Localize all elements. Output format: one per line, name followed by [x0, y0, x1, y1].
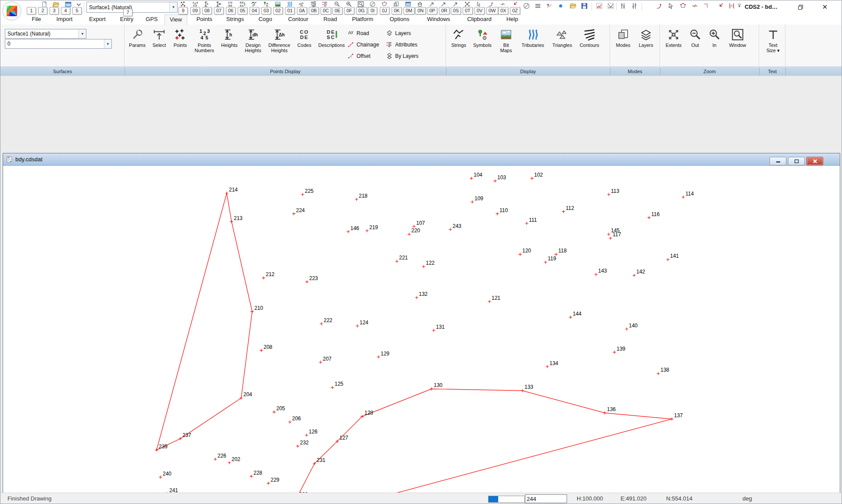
survey-drawing[interactable]: 1041031022252181131141092241101121162131… [4, 166, 839, 504]
toggle-attributes[interactable]: Attributes [386, 39, 432, 50]
point-label-124: 124 [360, 319, 368, 326]
ribbon-button-modes[interactable]: Modes [612, 25, 635, 48]
chevron-down-icon[interactable]: ▼ [78, 29, 86, 38]
tab-cogo[interactable]: Cogo [253, 14, 277, 24]
height-ah-icon: Δh [273, 28, 286, 41]
ribbon-button-contours[interactable]: Contours [576, 25, 603, 48]
save-file-button[interactable] [581, 2, 588, 10]
ribbon-button-triangles[interactable]: Triangles [549, 25, 576, 48]
blue-dot-button[interactable] [557, 2, 564, 10]
open-folder-button[interactable] [569, 2, 577, 10]
ribbon-button-difference-heights[interactable]: ΔhDifferenceHeights [266, 25, 293, 53]
point-label-237: 237 [182, 432, 191, 438]
slider-b-button[interactable] [631, 2, 638, 10]
split-points-button[interactable] [728, 2, 735, 10]
tab-road[interactable]: Road [318, 14, 342, 24]
slider-b-icon [631, 2, 638, 10]
ribbon-button-codes[interactable]: CODECodes [293, 25, 316, 48]
point-label-225: 225 [305, 188, 314, 194]
ribbon-button-layers[interactable]: Layers [635, 25, 657, 48]
ribbon-button-design-heights[interactable]: dhDesignHeights [240, 25, 266, 53]
tab-strings[interactable]: Strings [221, 14, 249, 24]
document-titlebar[interactable]: bdy.cdsdat [3, 153, 840, 166]
toolbar-separator [642, 3, 642, 11]
polygon-tool-button[interactable] [679, 2, 687, 10]
ribbon-button-select[interactable]: Select [148, 25, 170, 48]
point-label-121: 121 [492, 295, 500, 301]
point-label-141: 141 [670, 253, 679, 259]
chevron-down-icon[interactable]: ▼ [104, 39, 111, 48]
ribbon-button-symbols[interactable]: Symbols [470, 25, 495, 48]
point-label-138: 138 [660, 367, 669, 373]
ribbon-button-params[interactable]: Params [126, 25, 148, 48]
profile-chart-button[interactable] [596, 2, 603, 10]
slider-a-button[interactable] [619, 2, 627, 10]
tab-options[interactable]: Options [385, 14, 414, 24]
tab-file[interactable]: File [27, 14, 46, 24]
drawing-canvas[interactable]: 1041031022252181131141092241101121162131… [4, 166, 839, 504]
ribbon-button-points-numbers[interactable]: 12345PointsNumbers [190, 25, 218, 53]
no-draw-button[interactable] [523, 2, 530, 10]
keytip-05: 05 [238, 7, 247, 14]
close-button[interactable]: ✕ [820, 3, 830, 11]
select-arrow-button[interactable] [667, 2, 675, 10]
ribbon-button-strings[interactable]: Strings [448, 25, 470, 48]
tab-points[interactable]: Points [192, 14, 217, 24]
tab-clipboard[interactable]: Clipboard [462, 14, 496, 24]
doc-maximize-button[interactable] [788, 157, 805, 165]
tab-gps[interactable]: GPS [141, 14, 162, 24]
break-line-button[interactable] [691, 2, 699, 10]
toggle-chainage[interactable]: Chainage [347, 39, 386, 50]
doc-minimize-button[interactable] [770, 157, 786, 165]
ribbon-button-in[interactable]: In [705, 25, 724, 48]
ribbon-button-out[interactable]: Out [685, 25, 705, 48]
surface-combo[interactable]: Surface1 (Natural)▼ [5, 29, 86, 39]
ribbon-button-tributaries[interactable]: Tributaries [517, 25, 549, 48]
ribbon-button-text-size[interactable]: TextSize ▾ [761, 25, 785, 53]
svg-text:CO: CO [228, 1, 232, 4]
customize-qat-chevron-icon[interactable]: ▼ [738, 4, 741, 8]
point-number-input[interactable] [525, 494, 567, 503]
tab-help[interactable]: Help [502, 14, 523, 24]
snap-curve-button[interactable] [656, 2, 663, 10]
toggle-by-layers[interactable]: By Layers [386, 50, 432, 62]
tab-contour[interactable]: Contour [283, 14, 313, 24]
plus-minus-button[interactable] [546, 2, 553, 10]
group-label-surfaces: Surfaces [0, 67, 125, 76]
ribbon-button-bit-maps[interactable]: BitMaps [495, 25, 517, 53]
doc-close-button[interactable] [806, 157, 823, 165]
tab-platform[interactable]: Platform [347, 14, 378, 24]
arrow-in-button[interactable] [717, 2, 724, 10]
polyline-boundary-south[interactable] [189, 389, 672, 504]
tab-windows[interactable]: Windows [422, 14, 455, 24]
corner-line-button[interactable] [703, 2, 710, 10]
section-chart-button[interactable] [607, 2, 614, 10]
ribbon-button-heights[interactable]: hHeights [218, 25, 240, 48]
points-icon [174, 28, 187, 41]
chevron-down-icon[interactable]: ▼ [169, 2, 177, 12]
tab-view[interactable]: View [164, 14, 187, 25]
layer-combo[interactable]: 0▼ [5, 39, 112, 49]
cds-logo-icon [6, 5, 18, 17]
ribbon-button-extents[interactable]: Extents [662, 25, 685, 48]
minimize-icon [776, 159, 781, 163]
toggle-road[interactable]: Road [347, 28, 386, 39]
restore-button[interactable] [795, 3, 806, 11]
tab-export[interactable]: Export [84, 14, 111, 24]
select-icon [153, 28, 166, 41]
polyline-boundary-west[interactable] [157, 193, 252, 450]
ribbon-button-window[interactable]: Window [724, 25, 751, 48]
ribbon-button-descriptions[interactable]: DESCDescriptions [316, 25, 347, 48]
profile-chart-icon [596, 2, 603, 10]
toggle-layers[interactable]: Layers [386, 28, 432, 39]
display-lines-button[interactable] [534, 2, 542, 10]
point-label-218: 218 [359, 193, 367, 199]
point-label-204: 204 [243, 391, 252, 398]
toggle-offset[interactable]: Offset [347, 50, 386, 62]
application-menu-button[interactable] [3, 2, 21, 20]
new-window-icon-icon [405, 1, 411, 7]
keytip-1: 1 [27, 7, 36, 14]
ribbon-button-points[interactable]: Points [170, 25, 190, 48]
tab-import[interactable]: Import [52, 14, 78, 24]
tributaries-icon [286, 1, 293, 7]
